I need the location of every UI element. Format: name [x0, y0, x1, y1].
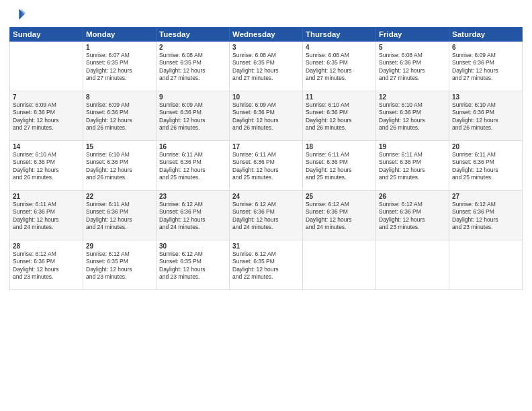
day-number: 7 [13, 93, 80, 101]
day-number: 1 [86, 44, 153, 51]
calendar-table: SundayMondayTuesdayWednesdayThursdayFrid… [9, 27, 523, 290]
day-info: Sunrise: 6:12 AM Sunset: 6:36 PM Dayligh… [379, 201, 446, 232]
day-number: 10 [232, 93, 300, 101]
day-number: 29 [86, 242, 153, 250]
day-number: 16 [159, 143, 226, 150]
calendar-cell [376, 240, 449, 290]
day-info: Sunrise: 6:10 AM Sunset: 6:36 PM Dayligh… [86, 151, 153, 182]
day-info: Sunrise: 6:11 AM Sunset: 6:36 PM Dayligh… [452, 151, 519, 182]
day-info: Sunrise: 6:09 AM Sunset: 6:36 PM Dayligh… [452, 52, 519, 83]
day-number: 17 [232, 143, 300, 150]
day-header-thursday: Thursday [303, 28, 376, 42]
calendar-cell: 28Sunrise: 6:12 AM Sunset: 6:36 PM Dayli… [10, 240, 83, 290]
week-row-2: 14Sunrise: 6:10 AM Sunset: 6:36 PM Dayli… [10, 141, 523, 191]
day-number: 30 [159, 242, 226, 250]
day-number: 24 [232, 193, 300, 200]
day-header-monday: Monday [83, 28, 157, 42]
day-number: 6 [452, 44, 519, 51]
day-number: 5 [379, 44, 446, 51]
calendar-cell: 15Sunrise: 6:10 AM Sunset: 6:36 PM Dayli… [83, 141, 157, 191]
day-number: 28 [13, 242, 80, 250]
day-info: Sunrise: 6:08 AM Sunset: 6:36 PM Dayligh… [379, 52, 446, 83]
calendar-cell [10, 42, 83, 91]
day-info: Sunrise: 6:07 AM Sunset: 6:35 PM Dayligh… [86, 52, 153, 83]
calendar-cell: 25Sunrise: 6:12 AM Sunset: 6:36 PM Dayli… [303, 191, 376, 240]
day-info: Sunrise: 6:11 AM Sunset: 6:36 PM Dayligh… [159, 151, 226, 182]
calendar-cell: 9Sunrise: 6:09 AM Sunset: 6:36 PM Daylig… [157, 91, 230, 141]
day-header-saturday: Saturday [449, 28, 523, 42]
calendar-cell: 3Sunrise: 6:08 AM Sunset: 6:35 PM Daylig… [230, 42, 303, 91]
day-header-sunday: Sunday [10, 28, 83, 42]
day-header-friday: Friday [376, 28, 449, 42]
day-number: 11 [306, 93, 373, 101]
day-info: Sunrise: 6:11 AM Sunset: 6:36 PM Dayligh… [306, 151, 373, 182]
calendar-cell: 31Sunrise: 6:12 AM Sunset: 6:35 PM Dayli… [230, 240, 303, 290]
calendar-cell: 1Sunrise: 6:07 AM Sunset: 6:35 PM Daylig… [83, 42, 157, 91]
calendar-cell [303, 240, 376, 290]
header [9, 7, 523, 23]
day-info: Sunrise: 6:12 AM Sunset: 6:36 PM Dayligh… [452, 201, 519, 232]
calendar-cell: 4Sunrise: 6:08 AM Sunset: 6:35 PM Daylig… [303, 42, 376, 91]
calendar-cell: 26Sunrise: 6:12 AM Sunset: 6:36 PM Dayli… [376, 191, 449, 240]
day-info: Sunrise: 6:10 AM Sunset: 6:36 PM Dayligh… [379, 101, 446, 132]
calendar-cell: 27Sunrise: 6:12 AM Sunset: 6:36 PM Dayli… [449, 191, 523, 240]
day-number: 4 [306, 44, 373, 51]
day-number: 12 [379, 93, 446, 101]
calendar-cell: 29Sunrise: 6:12 AM Sunset: 6:35 PM Dayli… [83, 240, 157, 290]
day-header-wednesday: Wednesday [230, 28, 303, 42]
day-number: 13 [452, 93, 519, 101]
calendar-cell: 18Sunrise: 6:11 AM Sunset: 6:36 PM Dayli… [303, 141, 376, 191]
calendar-cell: 10Sunrise: 6:09 AM Sunset: 6:36 PM Dayli… [230, 91, 303, 141]
calendar-cell: 23Sunrise: 6:12 AM Sunset: 6:36 PM Dayli… [157, 191, 230, 240]
calendar-cell: 7Sunrise: 6:09 AM Sunset: 6:36 PM Daylig… [10, 91, 83, 141]
header-row: SundayMondayTuesdayWednesdayThursdayFrid… [10, 28, 523, 42]
calendar-cell: 11Sunrise: 6:10 AM Sunset: 6:36 PM Dayli… [303, 91, 376, 141]
day-number: 9 [159, 93, 226, 101]
day-header-tuesday: Tuesday [157, 28, 230, 42]
day-number: 27 [452, 193, 519, 200]
day-info: Sunrise: 6:11 AM Sunset: 6:36 PM Dayligh… [86, 201, 153, 232]
day-number: 14 [13, 143, 80, 150]
calendar-cell [449, 240, 523, 290]
day-info: Sunrise: 6:10 AM Sunset: 6:36 PM Dayligh… [13, 151, 80, 182]
day-number: 2 [159, 44, 226, 51]
day-number: 15 [86, 143, 153, 150]
week-row-3: 21Sunrise: 6:11 AM Sunset: 6:36 PM Dayli… [10, 191, 523, 240]
calendar-cell: 12Sunrise: 6:10 AM Sunset: 6:36 PM Dayli… [376, 91, 449, 141]
calendar-cell: 19Sunrise: 6:11 AM Sunset: 6:36 PM Dayli… [376, 141, 449, 191]
day-info: Sunrise: 6:12 AM Sunset: 6:36 PM Dayligh… [232, 201, 300, 232]
calendar-cell: 17Sunrise: 6:11 AM Sunset: 6:36 PM Dayli… [230, 141, 303, 191]
day-number: 31 [232, 242, 300, 250]
calendar-cell: 5Sunrise: 6:08 AM Sunset: 6:36 PM Daylig… [376, 42, 449, 91]
day-info: Sunrise: 6:08 AM Sunset: 6:35 PM Dayligh… [232, 52, 300, 83]
day-info: Sunrise: 6:08 AM Sunset: 6:35 PM Dayligh… [159, 52, 226, 83]
day-info: Sunrise: 6:09 AM Sunset: 6:36 PM Dayligh… [86, 101, 153, 132]
day-info: Sunrise: 6:09 AM Sunset: 6:36 PM Dayligh… [232, 101, 300, 132]
calendar-cell: 22Sunrise: 6:11 AM Sunset: 6:36 PM Dayli… [83, 191, 157, 240]
calendar-cell: 13Sunrise: 6:10 AM Sunset: 6:36 PM Dayli… [449, 91, 523, 141]
day-info: Sunrise: 6:11 AM Sunset: 6:36 PM Dayligh… [13, 201, 80, 232]
page: SundayMondayTuesdayWednesdayThursdayFrid… [0, 0, 532, 411]
week-row-1: 7Sunrise: 6:09 AM Sunset: 6:36 PM Daylig… [10, 91, 523, 141]
day-number: 20 [452, 143, 519, 150]
day-info: Sunrise: 6:11 AM Sunset: 6:36 PM Dayligh… [232, 151, 300, 182]
svg-marker-1 [21, 9, 26, 17]
day-number: 18 [306, 143, 373, 150]
day-info: Sunrise: 6:12 AM Sunset: 6:36 PM Dayligh… [13, 250, 80, 281]
day-info: Sunrise: 6:08 AM Sunset: 6:35 PM Dayligh… [306, 52, 373, 83]
calendar-cell: 30Sunrise: 6:12 AM Sunset: 6:35 PM Dayli… [157, 240, 230, 290]
day-number: 25 [306, 193, 373, 200]
logo [9, 7, 28, 23]
day-number: 23 [159, 193, 226, 200]
day-number: 8 [86, 93, 153, 101]
week-row-0: 1Sunrise: 6:07 AM Sunset: 6:35 PM Daylig… [10, 42, 523, 91]
calendar-cell: 14Sunrise: 6:10 AM Sunset: 6:36 PM Dayli… [10, 141, 83, 191]
day-info: Sunrise: 6:11 AM Sunset: 6:36 PM Dayligh… [379, 151, 446, 182]
calendar-cell: 8Sunrise: 6:09 AM Sunset: 6:36 PM Daylig… [83, 91, 157, 141]
day-number: 21 [13, 193, 80, 200]
day-info: Sunrise: 6:10 AM Sunset: 6:36 PM Dayligh… [452, 101, 519, 132]
day-number: 3 [232, 44, 300, 51]
day-number: 26 [379, 193, 446, 200]
day-info: Sunrise: 6:12 AM Sunset: 6:35 PM Dayligh… [86, 250, 153, 281]
calendar-cell: 16Sunrise: 6:11 AM Sunset: 6:36 PM Dayli… [157, 141, 230, 191]
